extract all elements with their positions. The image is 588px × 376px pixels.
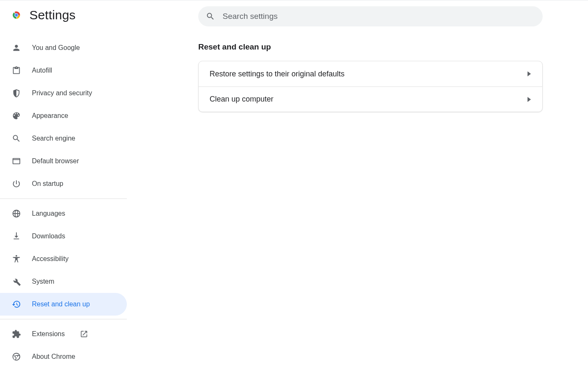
sidebar-item-autofill[interactable]: Autofill: [0, 59, 127, 82]
chrome-outline-icon: [12, 352, 21, 361]
sidebar-item-languages[interactable]: Languages: [0, 202, 127, 225]
page-title: Settings: [29, 8, 76, 22]
shield-icon: [12, 89, 21, 98]
browser-icon: [12, 157, 21, 166]
sidebar-item-label: On startup: [32, 180, 63, 188]
sidebar-item-label: Languages: [32, 210, 65, 217]
sidebar-item-label: Downloads: [32, 232, 65, 240]
clipboard-icon: [12, 66, 21, 75]
section-title: Reset and clean up: [198, 42, 575, 52]
sidebar-item-appearance[interactable]: Appearance: [0, 104, 127, 127]
sidebar-item-label: Default browser: [32, 157, 79, 165]
sidebar-item-on-startup[interactable]: On startup: [0, 172, 127, 195]
sidebar-item-label: Autofill: [32, 67, 52, 74]
sidebar-item-reset[interactable]: Reset and clean up: [0, 293, 127, 316]
sidebar-item-label: Appearance: [32, 112, 68, 120]
row-restore-defaults[interactable]: Restore settings to their original defau…: [199, 61, 542, 86]
chevron-right-icon: [527, 71, 531, 76]
sidebar-divider: [0, 198, 127, 199]
sidebar-item-default-browser[interactable]: Default browser: [0, 150, 127, 172]
sidebar-item-label: Search engine: [32, 135, 75, 142]
globe-icon: [12, 209, 21, 218]
sidebar-item-label: Accessibility: [32, 255, 68, 263]
brand-row: Settings: [0, 8, 127, 22]
sidebar-item-system[interactable]: System: [0, 270, 127, 293]
sidebar-item-accessibility[interactable]: Accessibility: [0, 248, 127, 270]
sidebar-item-privacy[interactable]: Privacy and security: [0, 82, 127, 104]
sidebar-nav: You and Google Autofill Privacy and secu…: [0, 37, 127, 368]
search-icon: [12, 134, 21, 143]
chevron-right-icon: [527, 97, 531, 102]
wrench-icon: [12, 277, 21, 286]
accessibility-icon: [12, 254, 21, 264]
sidebar-item-label: System: [32, 278, 54, 285]
sidebar-item-label: Extensions: [32, 330, 65, 338]
sidebar-item-search-engine[interactable]: Search engine: [0, 127, 127, 150]
search-bar[interactable]: [198, 6, 543, 26]
sidebar-item-downloads[interactable]: Downloads: [0, 225, 127, 248]
sidebar-item-label: About Chrome: [32, 353, 75, 360]
sidebar-item-label: You and Google: [32, 44, 80, 52]
sidebar-item-label: Reset and clean up: [32, 300, 90, 308]
main-content: Reset and clean up Restore settings to t…: [127, 0, 588, 376]
extension-icon: [12, 329, 21, 339]
power-icon: [12, 179, 21, 188]
search-icon: [206, 12, 215, 21]
download-icon: [12, 232, 21, 241]
restore-icon: [12, 300, 21, 309]
settings-card: Restore settings to their original defau…: [198, 61, 543, 112]
row-label: Restore settings to their original defau…: [210, 70, 344, 78]
sidebar-item-extensions[interactable]: Extensions: [0, 323, 127, 345]
search-input[interactable]: [223, 12, 535, 21]
palette-icon: [12, 111, 21, 120]
sidebar: Settings You and Google Autofill Privacy…: [0, 0, 127, 376]
sidebar-divider: [0, 319, 127, 319]
external-link-icon: [80, 330, 88, 338]
sidebar-item-label: Privacy and security: [32, 89, 92, 97]
row-label: Clean up computer: [210, 95, 273, 104]
sidebar-item-about[interactable]: About Chrome: [0, 345, 127, 368]
sidebar-item-you-and-google[interactable]: You and Google: [0, 37, 127, 59]
person-icon: [12, 43, 21, 52]
chrome-logo-icon: [11, 10, 22, 21]
row-clean-up-computer[interactable]: Clean up computer: [199, 86, 542, 112]
